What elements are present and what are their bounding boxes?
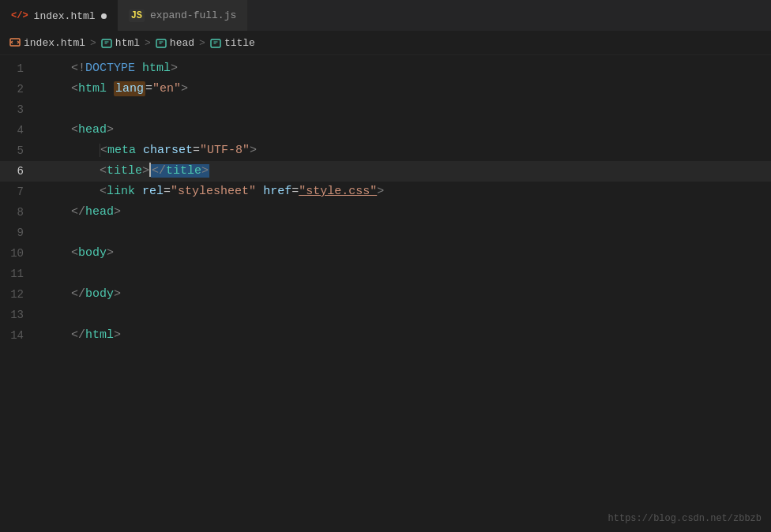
line-content-2: <html lang="en"> (39, 79, 771, 99)
html-file-icon: </> (11, 10, 28, 21)
code-line-13: 13 (0, 305, 771, 325)
js-file-icon: JS (129, 9, 145, 22)
code-line-4: 4 <head> (0, 120, 771, 140)
line-number-10: 10 (0, 247, 39, 260)
line-number-4: 4 (0, 124, 39, 137)
breadcrumb-sep-3: > (199, 37, 205, 49)
line-content-1: <!DOCTYPE html> (39, 58, 771, 79)
line-content-12: </body> (39, 284, 771, 305)
breadcrumb-item-html[interactable]: html (115, 37, 140, 49)
line-number-12: 12 (0, 288, 39, 301)
tab-label-index-html: index.html (34, 10, 96, 22)
code-line-9: 9 (0, 223, 771, 243)
tab-bar: </> index.html JS expand-full.js (0, 0, 771, 32)
breadcrumb-html-box-icon (101, 38, 112, 49)
breadcrumb-item-head[interactable]: head (170, 37, 194, 49)
code-line-5: 5 <meta charset="UTF-8"> (0, 140, 771, 161)
breadcrumb-html-icon (9, 36, 21, 51)
line-number-5: 5 (0, 144, 39, 157)
breadcrumb-sep-2: > (145, 37, 151, 49)
code-line-11: 11 (0, 264, 771, 284)
breadcrumb: index.html > html > head > title (0, 32, 771, 55)
breadcrumb-head-box-icon (156, 38, 167, 49)
code-line-2: 2 <html lang="en"> (0, 79, 771, 99)
code-line-12: 12 </body> (0, 284, 771, 305)
line-number-6: 6 (0, 165, 39, 178)
text-cursor (149, 163, 151, 177)
breadcrumb-item-title[interactable]: title (224, 37, 255, 49)
code-line-10: 10 <body> (0, 243, 771, 264)
line-content-10: <body> (39, 243, 771, 264)
breadcrumb-sep-1: > (90, 37, 96, 49)
tab-expand-full-js[interactable]: JS expand-full.js (118, 0, 248, 31)
code-line-6: 6 <title></title> (0, 161, 771, 182)
line-content-8: </head> (39, 202, 771, 223)
tab-modified-dot (101, 13, 107, 19)
line-content-4: <head> (39, 120, 771, 140)
tab-label-expand-full-js: expand-full.js (150, 9, 236, 21)
line-number-2: 2 (0, 83, 39, 96)
code-line-3: 3 (0, 99, 771, 120)
breadcrumb-title-box-icon (210, 38, 221, 49)
tab-index-html[interactable]: </> index.html (0, 0, 118, 31)
line-number-11: 11 (0, 268, 39, 280)
code-line-1: 1 <!DOCTYPE html> (0, 58, 771, 79)
line-number-9: 9 (0, 227, 39, 239)
code-line-14: 14 </html> (0, 325, 771, 346)
code-line-7: 7 <link rel="stylesheet" href="style.css… (0, 182, 771, 202)
line-number-14: 14 (0, 329, 39, 342)
line-content-7: <link rel="stylesheet" href="style.css"> (39, 182, 771, 202)
line-number-3: 3 (0, 103, 39, 116)
line-content-5: <meta charset="UTF-8"> (39, 140, 771, 161)
line-content-6: <title></title> (39, 161, 771, 182)
code-line-8: 8 </head> (0, 202, 771, 223)
code-editor[interactable]: 1 <!DOCTYPE html> 2 <html lang="en"> 3 4… (0, 55, 771, 346)
line-number-1: 1 (0, 62, 39, 75)
line-number-7: 7 (0, 185, 39, 198)
breadcrumb-item-index-html[interactable]: index.html (24, 37, 85, 49)
line-number-13: 13 (0, 309, 39, 321)
watermark: https://blog.csdn.net/zbbzb (608, 513, 762, 524)
line-number-8: 8 (0, 206, 39, 219)
line-content-14: </html> (39, 325, 771, 346)
